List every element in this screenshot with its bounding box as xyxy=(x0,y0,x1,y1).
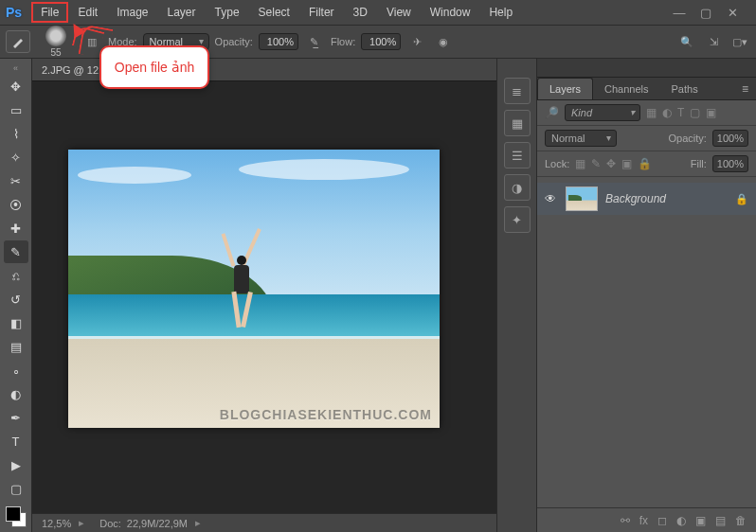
layer-fill-field[interactable]: 100% xyxy=(712,155,748,172)
rectangle-tool[interactable]: ▢ xyxy=(4,477,28,500)
layers-panel-group: LayersChannelsPaths≡ 🔎 Kind ▦ ◐ T ▢ ▣ No… xyxy=(536,59,756,532)
history-brush-tool[interactable]: ↺ xyxy=(4,288,28,310)
new-layer-icon[interactable]: ▤ xyxy=(715,514,726,527)
doc-size-value: 22,9M/22,9M xyxy=(127,518,188,529)
menu-select[interactable]: Select xyxy=(249,2,299,23)
filter-pixel-icon[interactable]: ▦ xyxy=(646,106,657,119)
canvas-area: 2.JPG @ 12,5% (RGB/8) × BLOGCHIASEKIENTH… xyxy=(32,59,496,532)
trash-icon[interactable]: 🗑 xyxy=(735,514,747,527)
layer-list: 👁 Background 🔒 xyxy=(537,177,756,221)
layer-name-label: Background xyxy=(605,192,666,205)
menu-edit[interactable]: Edit xyxy=(68,2,107,23)
panel-tab-paths[interactable]: Paths xyxy=(660,79,710,99)
mask-icon[interactable]: ◻ xyxy=(657,514,667,527)
lock-artboard-icon[interactable]: ▣ xyxy=(621,157,632,170)
share-icon[interactable]: ⇲ xyxy=(703,31,724,52)
brush-size-value: 55 xyxy=(50,47,61,58)
gradient-tool[interactable]: ▤ xyxy=(4,335,28,358)
adjustment-icon[interactable]: ◐ xyxy=(676,514,686,527)
fx-icon[interactable]: fx xyxy=(639,514,648,527)
flow-label: Flow: xyxy=(331,36,355,47)
layer-thumbnail[interactable] xyxy=(566,186,598,211)
menu-image[interactable]: Image xyxy=(107,2,157,23)
menu-view[interactable]: View xyxy=(377,2,421,23)
status-bar: 12,5% ▸ Doc: 22,9M/22,9M ▸ xyxy=(32,513,496,532)
color-swatch[interactable] xyxy=(4,505,28,529)
close-button[interactable]: ✕ xyxy=(724,6,741,20)
doc-info-chevron-icon[interactable]: ▸ xyxy=(195,517,201,529)
brush-tool[interactable]: ✎ xyxy=(4,240,28,263)
layer-lock-icon[interactable]: 🔒 xyxy=(735,193,748,205)
tools-panel: « ✥▭⌇✧✂⦿✚✎⎌↺◧▤∘◐✒T▶▢ xyxy=(0,59,32,532)
type-tool[interactable]: T xyxy=(4,430,28,452)
filter-shape-icon[interactable]: ▢ xyxy=(690,106,700,119)
doc-size-label: Doc: xyxy=(99,518,121,529)
layers-panel-tabs: LayersChannelsPaths≡ xyxy=(537,78,756,100)
menu-window[interactable]: Window xyxy=(421,2,480,23)
lock-all-icon[interactable]: 🔒 xyxy=(638,157,652,170)
magic-wand-tool[interactable]: ✧ xyxy=(4,146,28,168)
menu-3d[interactable]: 3D xyxy=(344,2,377,23)
eraser-tool[interactable]: ◧ xyxy=(4,311,28,334)
canvas-viewport[interactable]: BLOGCHIASEKIENTHUC.COM xyxy=(32,81,496,513)
layer-blend-mode-select[interactable]: Normal xyxy=(545,130,617,147)
lock-label: Lock: xyxy=(545,158,569,169)
zoom-chevron-icon[interactable]: ▸ xyxy=(79,517,84,529)
panel-tab-layers[interactable]: Layers xyxy=(537,78,593,99)
healing-brush-tool[interactable]: ✚ xyxy=(4,217,28,239)
menu-filter[interactable]: Filter xyxy=(299,2,344,23)
current-tool-icon[interactable] xyxy=(6,30,30,53)
lock-pixels-icon[interactable]: ✎ xyxy=(591,157,601,170)
lock-position-icon[interactable]: ✥ xyxy=(606,157,616,170)
adjustments-panel-icon[interactable]: ◑ xyxy=(504,174,531,201)
zoom-value[interactable]: 12,5% xyxy=(42,518,71,529)
maximize-button[interactable]: ▢ xyxy=(697,6,714,20)
opacity-field[interactable]: 100% xyxy=(259,33,298,50)
layer-opacity-field[interactable]: 100% xyxy=(712,130,748,147)
libraries-panel-icon[interactable]: ☰ xyxy=(504,142,531,168)
search-icon[interactable]: 🔍 xyxy=(676,31,697,52)
group-icon[interactable]: ▣ xyxy=(695,514,706,527)
opacity-pressure-icon[interactable]: ✎̲ xyxy=(304,31,325,52)
layer-kind-select[interactable]: Kind xyxy=(565,104,640,121)
crop-tool[interactable]: ✂ xyxy=(4,169,28,192)
layer-row-background[interactable]: 👁 Background 🔒 xyxy=(537,183,756,215)
panel-tab-channels[interactable]: Channels xyxy=(593,79,659,99)
move-tool[interactable]: ✥ xyxy=(4,75,28,98)
clone-stamp-tool[interactable]: ⎌ xyxy=(4,264,28,287)
panel-menu-icon[interactable]: ≡ xyxy=(734,79,756,99)
tools-collapse-icon[interactable]: « xyxy=(0,62,31,74)
marquee-tool[interactable]: ▭ xyxy=(4,98,28,121)
blur-tool[interactable]: ∘ xyxy=(4,359,28,381)
foreground-color-swatch[interactable] xyxy=(6,506,21,522)
minimize-button[interactable]: — xyxy=(671,6,688,20)
link-layers-icon[interactable]: ⚯ xyxy=(621,514,630,527)
menu-help[interactable]: Help xyxy=(479,2,522,23)
path-select-tool[interactable]: ▶ xyxy=(4,453,28,476)
filter-smart-icon[interactable]: ▣ xyxy=(706,106,716,119)
image-watermark: BLOGCHIASEKIENTHUC.COM xyxy=(220,407,432,422)
callout-text: Open file ảnh xyxy=(115,60,195,75)
dodge-tool[interactable]: ◐ xyxy=(4,382,28,405)
menu-type[interactable]: Type xyxy=(206,2,249,23)
fill-label: Fill: xyxy=(691,158,707,169)
tablet-pressure-icon[interactable]: ◉ xyxy=(433,31,454,52)
properties-panel-icon[interactable]: ✦ xyxy=(504,206,531,233)
flow-field[interactable]: 100% xyxy=(361,33,401,50)
pen-tool[interactable]: ✒ xyxy=(4,406,28,429)
airbrush-icon[interactable]: ✈ xyxy=(406,31,427,52)
menu-layer[interactable]: Layer xyxy=(158,2,206,23)
swatches-panel-icon[interactable]: ▦ xyxy=(504,110,531,136)
layer-blend-row: Normal Opacity: 100% xyxy=(537,126,756,151)
menu-file[interactable]: File xyxy=(31,2,68,23)
history-panel-icon[interactable]: ≣ xyxy=(504,78,531,104)
workspace-switcher-icon[interactable]: ▢▾ xyxy=(729,31,750,52)
layer-opacity-label: Opacity: xyxy=(669,133,707,144)
filter-adjust-icon[interactable]: ◐ xyxy=(662,106,672,119)
lock-transparent-icon[interactable]: ▦ xyxy=(575,157,585,170)
opacity-label: Opacity: xyxy=(215,36,253,47)
layer-visibility-icon[interactable]: 👁 xyxy=(545,192,558,205)
lasso-tool[interactable]: ⌇ xyxy=(4,122,28,145)
eyedropper-tool[interactable]: ⦿ xyxy=(4,193,28,216)
filter-type-icon[interactable]: T xyxy=(677,106,684,119)
